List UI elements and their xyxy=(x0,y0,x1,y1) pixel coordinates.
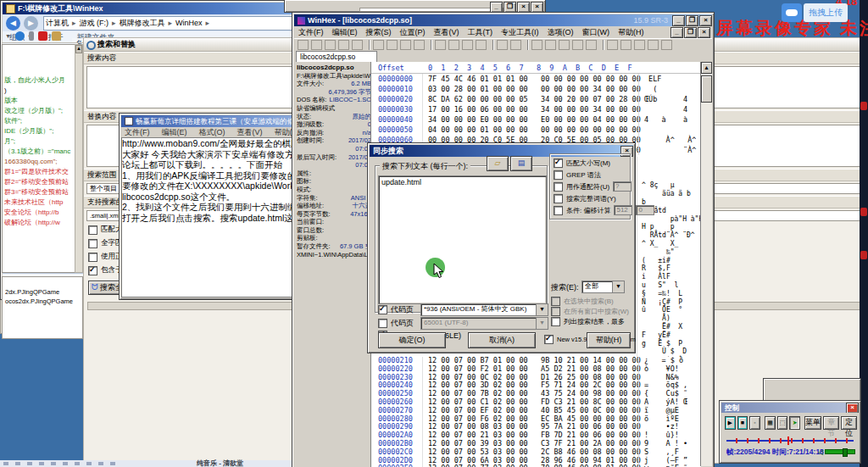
hex-row[interactable]: 00000040 34 00 00 00 E0 00 00 00 E0 00 0… xyxy=(371,114,701,125)
checkbox-icon[interactable] xyxy=(554,158,563,168)
minimize-icon[interactable]: _ xyxy=(672,15,685,26)
breadcrumb-item[interactable]: 计算机 xyxy=(44,18,70,29)
scrollbar-thumb[interactable] xyxy=(701,75,712,103)
search-option[interactable]: GREP 语法 xyxy=(554,169,626,181)
mdi-close-icon[interactable]: × xyxy=(698,27,710,38)
menu-item[interactable]: 位置(P) xyxy=(400,27,426,38)
hex-row[interactable]: 00000020 8C DA 62 00 00 00 00 05 34 00 2… xyxy=(371,94,701,104)
toolbar-icon[interactable] xyxy=(559,40,570,50)
background-window-titlebar[interactable]: _ ❐ × × xyxy=(284,0,546,13)
home-icon[interactable] xyxy=(52,31,61,41)
kugou-icon[interactable] xyxy=(38,31,47,41)
breadcrumb-item[interactable]: 棋牌修改工具 xyxy=(118,18,167,29)
mdi-minimize-icon[interactable]: _ xyxy=(670,27,683,38)
vertical-scrollbar[interactable]: ▲ xyxy=(700,62,712,466)
menu-item[interactable]: 选项(O) xyxy=(548,27,574,38)
scope-option[interactable]: 列出搜索结果，最多 xyxy=(551,316,632,326)
toolbar-icon[interactable] xyxy=(462,40,473,50)
toolbar-icon[interactable] xyxy=(648,40,659,50)
recorder-titlebar[interactable]: 控制 × xyxy=(721,403,859,413)
close-icon[interactable]: × xyxy=(699,15,712,26)
breadcrumb-item[interactable]: WinHex xyxy=(174,19,204,27)
search-option[interactable]: 条件: 偏移计算 512 0 xyxy=(554,204,626,216)
search-option[interactable]: 匹配大小写(M) xyxy=(554,157,626,169)
menu-item[interactable]: 查看(V) xyxy=(434,27,459,38)
toolbar-icon[interactable] xyxy=(510,40,521,50)
checkbox-icon[interactable] xyxy=(88,225,97,235)
toolbar-icon[interactable] xyxy=(414,40,425,50)
toolbar-icon[interactable] xyxy=(476,40,487,50)
checkbox-icon[interactable] xyxy=(554,206,563,215)
toolbar-icon[interactable] xyxy=(634,40,645,50)
codepage1-checkbox[interactable]: 代码页 xyxy=(378,304,414,315)
load-list-button[interactable]: ▱ xyxy=(487,156,509,171)
dropdown-icon[interactable]: ▼ xyxy=(612,281,624,292)
locate-button[interactable]: 定位 xyxy=(841,416,857,430)
menu-item[interactable]: 格式(O) xyxy=(199,127,225,137)
checkbox-icon[interactable] xyxy=(544,335,554,344)
scroll-up-icon[interactable]: ▲ xyxy=(701,62,712,74)
search-in-select[interactable]: 全部 ▼ xyxy=(581,281,625,293)
help-icon[interactable] xyxy=(15,31,25,41)
menu-item[interactable]: 查看(V) xyxy=(237,127,263,137)
codepage1-select[interactable]: *936 (ANSI/OEM - 简体中文 GBK) ▼ xyxy=(420,303,548,316)
volume-knob[interactable] xyxy=(843,448,848,457)
toolbar-icon[interactable] xyxy=(311,40,322,50)
scope-option[interactable]: 在所有窗口中搜索(W) xyxy=(551,306,632,316)
pause-button[interactable]: ▪ xyxy=(749,416,760,430)
toolbar-icon[interactable] xyxy=(607,40,618,50)
toolbar-icon[interactable] xyxy=(325,40,336,50)
toolbar-icon[interactable] xyxy=(586,40,597,50)
menu-item[interactable]: 文件(F) xyxy=(125,127,150,137)
menu-item[interactable]: 搜索(S) xyxy=(366,27,392,38)
hex-row[interactable]: 00000030 17 00 16 00 06 00 00 00 34 00 0… xyxy=(371,104,701,114)
codepage2-select[interactable]: 65001 (UTF-8) ▼ xyxy=(420,317,548,330)
breadcrumb-item[interactable]: 游戏 (F:) xyxy=(78,18,111,29)
codepage2-checkbox[interactable]: 代码页 xyxy=(378,318,414,329)
help-button[interactable]: 帮助(H) xyxy=(587,332,631,348)
playback-timeline[interactable] xyxy=(726,438,854,443)
checkbox-icon[interactable] xyxy=(378,305,387,314)
document-tab[interactable]: libcocos2dcpp.so xyxy=(296,51,377,63)
toolbar-icon[interactable] xyxy=(352,40,363,50)
option-field[interactable]: 512 xyxy=(614,205,632,215)
play-button[interactable]: ▶ xyxy=(725,416,736,430)
toolbar-icon[interactable] xyxy=(620,40,632,50)
music-player-bar[interactable]: 纯音乐 - 清欲堂 xyxy=(0,460,292,467)
timeline-position-marker[interactable] xyxy=(787,436,789,445)
checkbox-icon[interactable] xyxy=(88,266,97,275)
forward-icon[interactable]: ▶ xyxy=(24,16,38,31)
toolbar-icon[interactable] xyxy=(338,40,349,50)
toolbar-icon[interactable] xyxy=(400,40,411,50)
checkbox-icon[interactable] xyxy=(551,297,560,306)
toolbar-icon[interactable] xyxy=(492,40,493,50)
scope-option[interactable]: 在选块中搜索(B) xyxy=(551,296,632,306)
toolbar-icon[interactable] xyxy=(527,40,528,50)
hex-row[interactable]: 00000000 7F 45 4C 46 01 01 01 00 00 00 0… xyxy=(371,74,701,84)
upload-widget[interactable]: 拖拽上传 xyxy=(782,3,848,22)
checkbox-icon[interactable] xyxy=(551,317,560,326)
grid-toggle-button[interactable]: ▦ xyxy=(765,416,776,430)
region-toggle-button[interactable]: ⬚ xyxy=(777,416,788,430)
toolbar-icon[interactable] xyxy=(545,40,556,50)
ok-button[interactable]: 确定(O) xyxy=(378,332,446,348)
cursor-toggle-button[interactable]: ➤ xyxy=(789,416,800,430)
volume-track[interactable] xyxy=(825,449,855,454)
hex-row[interactable]: 00000050 04 00 00 00 01 00 00 00 00 00 0… xyxy=(371,125,701,135)
menu-item[interactable]: 专业工具(I) xyxy=(501,27,539,38)
menu-item[interactable]: 编辑(E) xyxy=(162,127,187,137)
checkbox-icon[interactable] xyxy=(378,319,387,328)
close-icon[interactable]: × xyxy=(846,403,859,413)
search-result-item[interactable]: ocos2dx.PJingQPGame xyxy=(3,297,82,306)
checkbox-icon[interactable] xyxy=(88,239,97,248)
dropdown-icon[interactable]: ▼ xyxy=(536,318,548,329)
search-result-item[interactable]: 2dx.PJingQPGame xyxy=(3,287,82,297)
stop-button[interactable]: ■ xyxy=(737,416,748,430)
toolbar-icon[interactable] xyxy=(387,40,398,50)
checkbox-icon[interactable] xyxy=(554,170,563,180)
checkbox-icon[interactable] xyxy=(88,253,97,262)
chapter-button[interactable]: 章节 xyxy=(823,416,839,430)
menu-item[interactable]: 文件(F) xyxy=(298,27,324,38)
option-field[interactable]: ? xyxy=(613,181,632,192)
menu-item[interactable]: 编辑(E) xyxy=(332,27,358,38)
